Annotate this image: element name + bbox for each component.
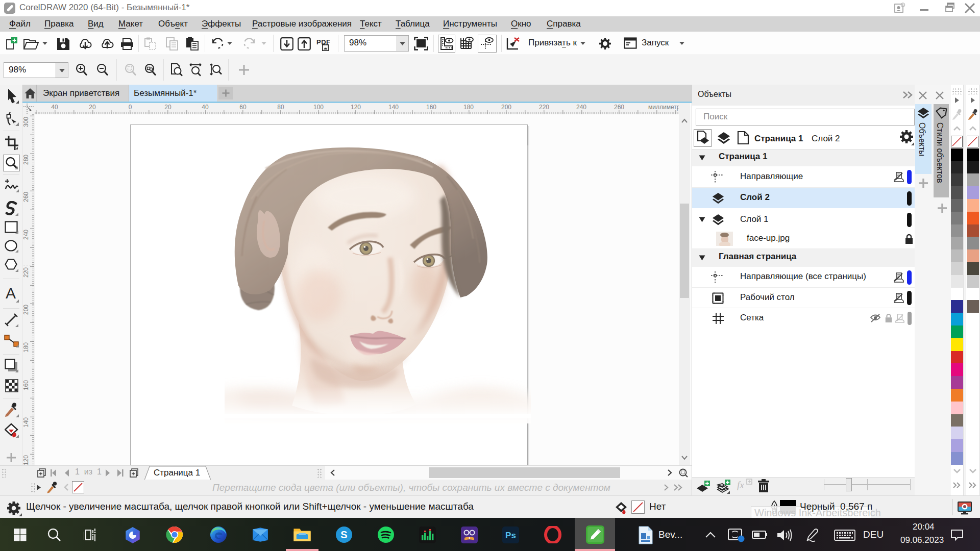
svg-text:S: S (340, 529, 347, 540)
svg-text:Ps: Ps (505, 531, 516, 540)
